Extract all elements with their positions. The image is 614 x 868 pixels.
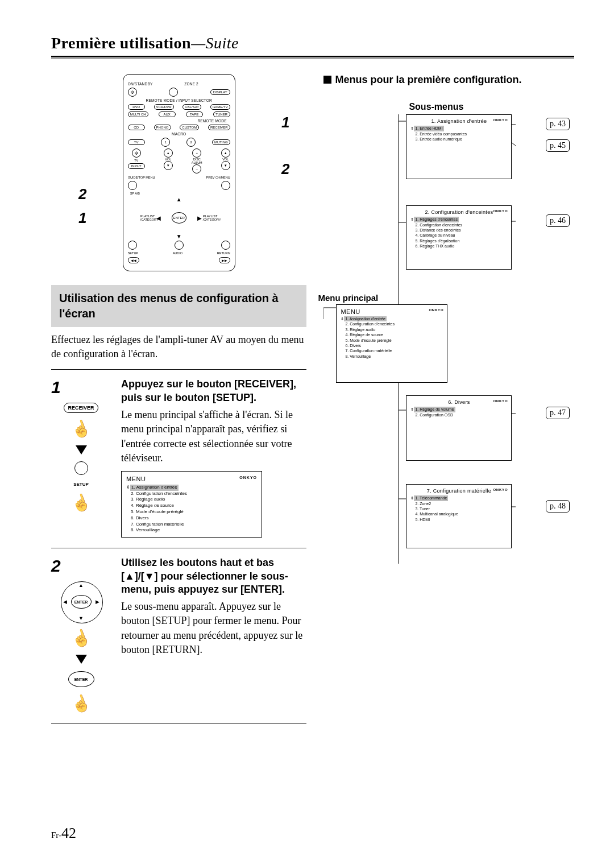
pad-enter[interactable]: ENTER: [71, 595, 92, 609]
submenu-7-brand: ONKYO: [493, 487, 508, 492]
step-2-number: 2: [51, 556, 61, 576]
playlist-left: PLAYLIST /CATEGORY: [140, 214, 155, 221]
spab-label: SP A/B: [130, 192, 230, 195]
list-item: 4. Calibrage du niveau: [410, 233, 507, 238]
page-ref-48: p. 48: [546, 500, 570, 512]
submenu-1-brand: ONKYO: [493, 118, 508, 122]
menu-item: 6. Divers: [126, 515, 257, 522]
power-icon[interactable]: ⏻: [128, 88, 137, 97]
list-item: 1. Télécommande: [414, 495, 448, 501]
guide-button[interactable]: [128, 181, 137, 190]
setup-label: SETUP: [128, 251, 138, 255]
setup-button[interactable]: [128, 241, 137, 250]
arrow-down-icon-2: [76, 655, 87, 664]
disc-down-icon[interactable]: –: [192, 164, 201, 173]
menu-item: 2. Configuration d'enceintes: [126, 491, 257, 497]
guide-label: GUIDE/TOP MENU: [128, 176, 155, 179]
section-body: Effectuez les réglages de l'ampli-tuner …: [51, 333, 306, 361]
list-item: 1. Réglages d'enceintes: [414, 217, 459, 222]
prev-button[interactable]: [221, 181, 230, 190]
return-label: RETURN: [217, 251, 230, 255]
dpad-up-icon[interactable]: ▲: [176, 196, 182, 202]
dpad[interactable]: ▲ ▼ ◀ ▶ ENTER PLAYLIST /CATEGORY PLAYLIS…: [156, 197, 202, 238]
btn-phono[interactable]: PHONO: [154, 125, 171, 130]
list-item: 6. Divers: [341, 343, 443, 348]
pad-up-icon[interactable]: ▲: [78, 582, 84, 588]
vol-down-icon[interactable]: ▼: [164, 161, 173, 170]
hand-icon: ☝: [68, 417, 93, 441]
right-heading: Menus pour la première configuration.: [323, 74, 574, 86]
btn-macro1[interactable]: 1: [161, 138, 170, 147]
btn-custom[interactable]: CUSTOM: [180, 125, 199, 130]
step-2: 2 ▲ ▼ ◀ ▶ ENTER ☝ ENTER: [51, 548, 306, 713]
list-item: 3. Tuner: [410, 506, 507, 511]
btn-receiver[interactable]: RECEIVER: [208, 125, 230, 130]
submenu-2-brand: ONKYO: [493, 209, 508, 213]
return-button[interactable]: [221, 241, 230, 250]
btn-tuner[interactable]: TUNER: [213, 111, 230, 117]
pad-down-icon[interactable]: ▼: [78, 615, 84, 621]
arrow-down-icon: [76, 445, 87, 454]
btn-tv[interactable]: TV: [128, 139, 145, 145]
main-vol-up-icon[interactable]: ▲: [221, 148, 230, 158]
page-number: Fr-42: [51, 825, 76, 842]
label-onstandby: ON/STANDBY: [128, 82, 153, 86]
right-column: Menus pour la première configuration. So…: [323, 74, 574, 724]
menu-flow: ONKYO 1. Assignation d'entrée ⇕1. Entrée…: [323, 114, 574, 569]
zone2-button[interactable]: [169, 88, 178, 97]
step-1-body: Le menu principal s'affiche à l'écran. S…: [121, 408, 306, 465]
list-item: 5. Mode d'écoute préréglé: [341, 338, 443, 343]
display-button[interactable]: DISPLAY: [210, 89, 230, 95]
disc-up-icon[interactable]: +: [192, 148, 201, 158]
audio-button[interactable]: [175, 241, 184, 250]
list-item: 3. Réglage audio: [341, 327, 443, 332]
menu-item: 4. Réglage de source: [126, 503, 257, 509]
btn-dvd[interactable]: DVD: [128, 104, 145, 110]
pad-right-icon[interactable]: ▶: [96, 599, 99, 605]
btn-tape[interactable]: TAPE: [186, 111, 203, 117]
list-item: 5. HDMI: [410, 517, 507, 522]
macro-label: MACRO: [128, 132, 230, 136]
callout-1-left: 1: [78, 209, 86, 227]
menu-item: 7. Configuration matérielle: [126, 522, 257, 528]
main-menu-brand: ONKYO: [429, 308, 443, 312]
label-menu-principal: Menu principal: [318, 293, 378, 303]
pad-left-icon[interactable]: ◀: [63, 599, 67, 605]
list-item: 3. Distance des enceintes: [410, 228, 507, 233]
setup-circle[interactable]: [74, 461, 88, 475]
step-2-heading: Utilisez les boutons haut et bas [▲]/[▼]…: [121, 556, 306, 596]
left-column: 2 1 1 2 ON/STANDBY ZONE 2 ⏻ DISPLAY RE: [51, 74, 306, 724]
enter-oval[interactable]: ENTER: [68, 671, 95, 688]
enter-pad[interactable]: ▲ ▼ ◀ ▶ ENTER: [61, 581, 102, 622]
ffwd-icon[interactable]: ▶▶: [219, 257, 230, 263]
callout-2-left: 2: [78, 185, 86, 203]
hand-icon-2: ☝: [68, 491, 93, 515]
submenu-1: ONKYO 1. Assignation d'entrée ⇕1. Entrée…: [406, 114, 512, 179]
btn-cd[interactable]: CD: [128, 125, 145, 130]
dpad-down-icon[interactable]: ▼: [176, 233, 182, 239]
vol-up-icon[interactable]: ▲: [164, 148, 173, 158]
dpad-right-icon[interactable]: ▶: [197, 215, 202, 221]
setup-label-small: SETUP: [73, 482, 89, 487]
tv-power-icon[interactable]: ⏻: [132, 148, 141, 158]
enter-oval-label: ENTER: [68, 671, 94, 687]
btn-input[interactable]: INPUT: [128, 163, 145, 169]
btn-gametv[interactable]: GAME/TV: [210, 104, 230, 110]
btn-multich[interactable]: MULTI CH: [128, 111, 148, 117]
list-item: 2. Entrée vidéo composantes: [410, 131, 507, 137]
btn-cblsat[interactable]: CBL/SAT: [182, 104, 201, 110]
enter-button[interactable]: ENTER: [172, 212, 186, 224]
submenu-7: ONKYO 7. Configuration matérielle ⇕1. Té…: [406, 484, 512, 548]
main-vol-down-icon[interactable]: ▼: [221, 161, 230, 170]
btn-muting[interactable]: MUTING: [212, 139, 230, 145]
list-item: 4. Multicanal analogique: [410, 511, 507, 516]
step-1: 1 RECEIVER ☝ SETUP ☝ Appuyez sur le bout…: [51, 370, 306, 538]
btn-aux[interactable]: AUX: [159, 111, 176, 117]
list-item: 4. Réglage de source: [341, 332, 443, 337]
label-zone2: ZONE 2: [184, 82, 198, 86]
btn-vcrdvr[interactable]: VCR/DVR: [154, 104, 174, 110]
receiver-pill[interactable]: RECEIVER: [64, 403, 98, 413]
btn-macro2[interactable]: 2: [186, 138, 196, 147]
rew-icon[interactable]: ◀◀: [128, 257, 139, 263]
main-menu-box: ONKYO MENU ⇕1. Assignation d'entrée 2. C…: [336, 304, 447, 383]
